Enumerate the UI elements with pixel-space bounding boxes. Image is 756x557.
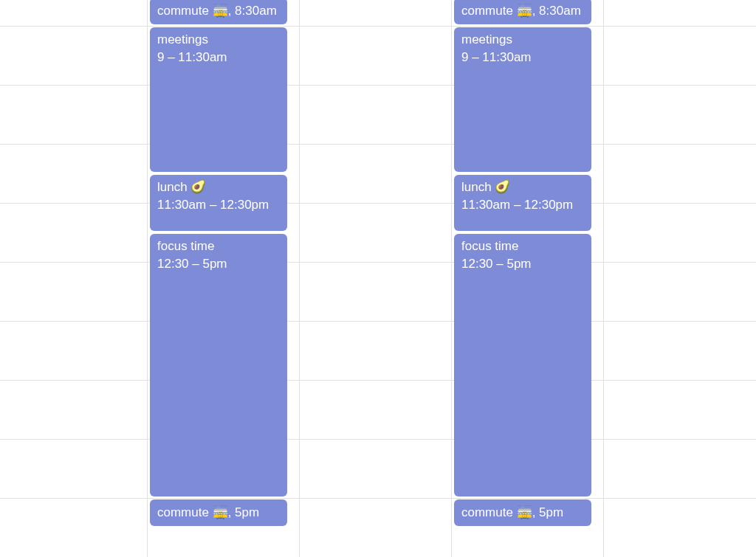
event-time: , 8:30am xyxy=(532,2,581,20)
calendar-event[interactable]: lunch 🥑11:30am – 12:30pm xyxy=(454,175,591,231)
event-time: , 5pm xyxy=(532,504,564,522)
hour-gridline xyxy=(0,498,756,499)
event-title: meetings xyxy=(461,31,584,49)
calendar-event[interactable]: commute 🚋, 8:30am xyxy=(454,0,591,24)
hour-gridline xyxy=(0,85,756,86)
event-time: , 8:30am xyxy=(228,2,277,20)
event-title: commute 🚋 xyxy=(157,504,228,522)
event-time: 9 – 11:30am xyxy=(157,49,280,66)
calendar-event[interactable]: commute 🚋, 5pm xyxy=(150,499,287,526)
hour-gridline xyxy=(0,262,756,263)
hour-gridline xyxy=(0,380,756,381)
calendar-grid[interactable]: commute 🚋, 8:30ammeetings9 – 11:30amlunc… xyxy=(0,0,756,557)
event-title: focus time xyxy=(157,238,280,255)
event-time: 11:30am – 12:30pm xyxy=(157,196,280,214)
calendar-event[interactable]: focus time12:30 – 5pm xyxy=(454,234,591,497)
hour-gridline xyxy=(0,321,756,322)
hour-gridline xyxy=(0,144,756,145)
day-gridline xyxy=(451,0,452,557)
day-gridline xyxy=(603,0,604,557)
event-time: 12:30 – 5pm xyxy=(157,255,280,273)
hour-gridline xyxy=(0,203,756,204)
event-time: 9 – 11:30am xyxy=(461,49,584,66)
event-time: , 5pm xyxy=(228,504,260,522)
calendar-event[interactable]: commute 🚋, 5pm xyxy=(454,499,591,526)
day-gridline xyxy=(147,0,148,557)
event-title: commute 🚋 xyxy=(157,2,228,20)
event-title: commute 🚋 xyxy=(461,2,532,20)
event-title: lunch 🥑 xyxy=(461,179,584,196)
event-title: focus time xyxy=(461,238,584,255)
event-time: 11:30am – 12:30pm xyxy=(461,196,584,214)
day-gridline xyxy=(299,0,300,557)
hour-gridline xyxy=(0,439,756,440)
calendar-event[interactable]: meetings9 – 11:30am xyxy=(454,27,591,172)
calendar-event[interactable]: meetings9 – 11:30am xyxy=(150,27,287,172)
hour-gridline xyxy=(0,26,756,27)
calendar-event[interactable]: commute 🚋, 8:30am xyxy=(150,0,287,24)
calendar-event[interactable]: lunch 🥑11:30am – 12:30pm xyxy=(150,175,287,231)
event-time: 12:30 – 5pm xyxy=(461,255,584,273)
event-title: commute 🚋 xyxy=(461,504,532,522)
event-title: meetings xyxy=(157,31,280,49)
event-title: lunch 🥑 xyxy=(157,179,280,196)
calendar-event[interactable]: focus time12:30 – 5pm xyxy=(150,234,287,497)
